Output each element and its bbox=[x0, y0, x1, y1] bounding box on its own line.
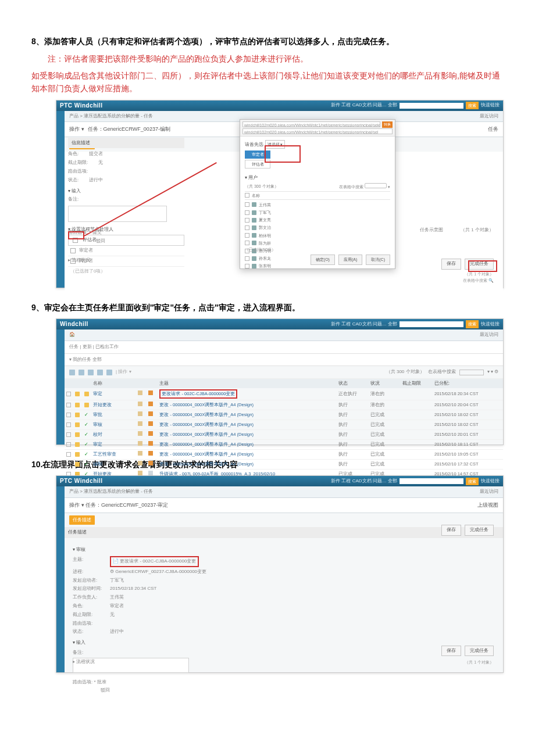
table-row[interactable]: ✓校对更改 - 00000004_000X调整本版件_A4 (Design)执行… bbox=[65, 430, 503, 440]
row-checkbox[interactable] bbox=[66, 422, 71, 427]
user-row[interactable]: 丁军飞 bbox=[245, 209, 390, 216]
save-button[interactable]: 保存 bbox=[441, 525, 461, 536]
subject-link[interactable]: 更改 - 00000004_000X调整本版件_A4 (Design) bbox=[159, 432, 254, 437]
user-checkbox[interactable] bbox=[245, 233, 249, 238]
column-header[interactable]: 主题 bbox=[158, 379, 337, 388]
column-header[interactable]: 状态 bbox=[337, 379, 369, 388]
column-header[interactable]: 名称 bbox=[91, 379, 136, 388]
row-checkbox[interactable] bbox=[66, 462, 71, 467]
save-button[interactable]: 保存 bbox=[441, 646, 461, 657]
actions-menu[interactable]: 操作 ▾ bbox=[69, 125, 84, 133]
dialog-apply-button[interactable]: 应用(A) bbox=[338, 255, 362, 264]
user-row[interactable]: 王伟英 bbox=[245, 201, 390, 209]
search-button[interactable]: 搜索 bbox=[466, 320, 479, 328]
user-checkbox[interactable] bbox=[245, 225, 249, 230]
dialog-ok-button[interactable]: 确定(O) bbox=[311, 255, 335, 264]
quick-links[interactable]: 快速链接 bbox=[481, 321, 500, 328]
quick-links[interactable]: 快速链接 bbox=[481, 478, 500, 485]
task-name-link[interactable]: 编制 bbox=[93, 461, 102, 467]
task-name-link[interactable]: 审核 bbox=[93, 422, 102, 427]
user-checkbox[interactable] bbox=[245, 218, 249, 223]
toolbar-icon[interactable] bbox=[106, 370, 112, 375]
row-checkbox[interactable] bbox=[66, 432, 71, 437]
info-tab[interactable]: 任务描述 bbox=[69, 515, 95, 525]
row-checkbox[interactable] bbox=[66, 413, 71, 417]
user-row[interactable]: 夏文亮 bbox=[245, 216, 390, 224]
complete-task-button[interactable]: 完成任务 bbox=[465, 646, 494, 657]
search-input[interactable] bbox=[400, 103, 463, 109]
toolbar-icon[interactable] bbox=[88, 370, 94, 375]
breadcrumb[interactable]: 产品 > 液压选配选系统的分解的量 - 任务 bbox=[69, 488, 153, 496]
user-checkbox[interactable] bbox=[245, 264, 249, 268]
column-header[interactable] bbox=[65, 379, 73, 388]
task-name-link[interactable]: 审定 bbox=[93, 391, 102, 396]
table-row[interactable]: 审定更改请求 - 002C-CJBA-0000000变更正在执行潜在的2015/… bbox=[65, 388, 503, 400]
row-checkbox[interactable] bbox=[66, 392, 71, 396]
subject-link[interactable]: 📄 更改请求 - 002C-CJBA-0000000变更 bbox=[110, 556, 199, 567]
column-header[interactable] bbox=[73, 379, 82, 388]
task-name-link[interactable]: 审批 bbox=[93, 412, 102, 417]
subject-link[interactable]: 更改请求 - 002C-CJBA-0000000变更 bbox=[162, 391, 235, 396]
breadcrumb-right[interactable]: 最近访问 bbox=[480, 488, 498, 496]
windchill-sidebar[interactable] bbox=[56, 111, 65, 288]
user-search-input[interactable] bbox=[365, 183, 387, 188]
subject-link[interactable]: 更改 - 00000004_000X调整本版件_A4 (Design) bbox=[159, 442, 254, 447]
row-checkbox[interactable] bbox=[66, 442, 71, 447]
windchill-sidebar[interactable] bbox=[56, 486, 65, 672]
process-status[interactable]: ▸ 流程状况 bbox=[73, 658, 95, 666]
process-status[interactable]: ▸ 流程状况 bbox=[68, 257, 90, 264]
quick-links[interactable]: 快速链接 bbox=[481, 102, 500, 109]
table-row[interactable]: 开始更改更改 - 00000004_000X调整本版件_A4 (Design)执… bbox=[65, 400, 503, 410]
route-approve[interactable]: 路由选项: * 批准 bbox=[73, 679, 106, 686]
toolbar-icon[interactable] bbox=[79, 370, 84, 375]
user-checkbox[interactable] bbox=[245, 256, 249, 261]
column-header[interactable]: 截止期限 bbox=[401, 379, 433, 388]
row-checkbox[interactable] bbox=[66, 452, 71, 457]
user-checkbox[interactable] bbox=[245, 210, 249, 215]
subject-link[interactable]: 更改 - 00000004_000X调整本版件_A4 (Design) bbox=[159, 461, 254, 467]
process-link[interactable]: ⚙ GenericECRWF_00237-CJBA-0000000变更 bbox=[110, 568, 206, 576]
select-all-checkbox[interactable] bbox=[245, 193, 249, 198]
column-header[interactable]: 已分配: bbox=[433, 379, 503, 388]
user-row[interactable]: 陈为群 bbox=[245, 239, 390, 247]
search-input[interactable] bbox=[400, 478, 463, 484]
dialog-cancel-button[interactable]: 取消(C) bbox=[366, 255, 390, 264]
toolbar-icon[interactable] bbox=[97, 370, 103, 375]
table-row[interactable]: ✓审定更改 - 00000004_000X调整本版件_A4 (Design)执行… bbox=[65, 440, 503, 450]
subject-link[interactable]: 更改 - 00000004_000X调整本版件_A4 (Design) bbox=[159, 412, 254, 417]
table-menu-icon[interactable]: ▾ ▾ ⚙ bbox=[487, 368, 498, 376]
save-button[interactable]: 保存 bbox=[441, 259, 461, 270]
toolbar-icon[interactable] bbox=[69, 370, 75, 375]
note-textarea[interactable] bbox=[68, 206, 167, 222]
tabs[interactable]: 任务 | 更新 | 已检出工作 bbox=[65, 341, 503, 354]
breadcrumb-home-icon[interactable]: 🏠 bbox=[69, 331, 75, 339]
breadcrumb-right[interactable]: 最近访问 bbox=[480, 331, 498, 339]
view-filter[interactable]: ▾ 我的任务 全部 bbox=[65, 354, 503, 367]
search-button[interactable]: 搜索 bbox=[466, 478, 479, 485]
task-name-link[interactable]: 审定 bbox=[93, 442, 102, 447]
route-reject[interactable]: 驳回 bbox=[101, 687, 110, 694]
table-row[interactable]: ✓审核更改 - 00000004_000X调整本版件_A4 (Design)执行… bbox=[65, 420, 503, 430]
table-row[interactable]: ✓工艺性审查更改 - 00000004_000X调整本版件_A4 (Design… bbox=[65, 450, 503, 460]
subject-link[interactable]: 更改 - 00000004_000X调整本版件_A4 (Design) bbox=[159, 422, 254, 427]
windchill-sidebar[interactable] bbox=[56, 329, 65, 445]
breadcrumb[interactable]: 产品 > 液压选配选系统的分解的量 - 任务 bbox=[69, 113, 153, 120]
convert-button[interactable]: 转换 bbox=[382, 121, 393, 128]
title-right[interactable]: 上级视图 bbox=[477, 501, 498, 509]
task-name-link[interactable]: 校对 bbox=[93, 432, 102, 437]
breadcrumb-right[interactable]: 最近访问 bbox=[480, 113, 498, 120]
subject-link[interactable]: 更改 - 00000004_000X调整本版件_A4 (Design) bbox=[159, 452, 254, 457]
task-name-link[interactable]: 工艺性审查 bbox=[93, 452, 116, 457]
table-search-input[interactable] bbox=[459, 370, 484, 375]
user-row[interactable]: 郭文治 bbox=[245, 224, 390, 231]
column-header[interactable] bbox=[147, 379, 158, 388]
row-checkbox[interactable] bbox=[70, 248, 76, 253]
column-header[interactable]: 状况 bbox=[369, 379, 401, 388]
task-name-link[interactable]: 开始更改 bbox=[93, 402, 112, 407]
column-header[interactable] bbox=[136, 379, 147, 388]
table-row[interactable]: ✓编制更改 - 00000004_000X调整本版件_A4 (Design)执行… bbox=[65, 460, 503, 470]
user-checkbox[interactable] bbox=[245, 202, 249, 207]
complete-task-button[interactable]: 完成任务 bbox=[465, 525, 494, 536]
row-checkbox[interactable] bbox=[66, 403, 71, 407]
search-input[interactable] bbox=[400, 321, 463, 327]
